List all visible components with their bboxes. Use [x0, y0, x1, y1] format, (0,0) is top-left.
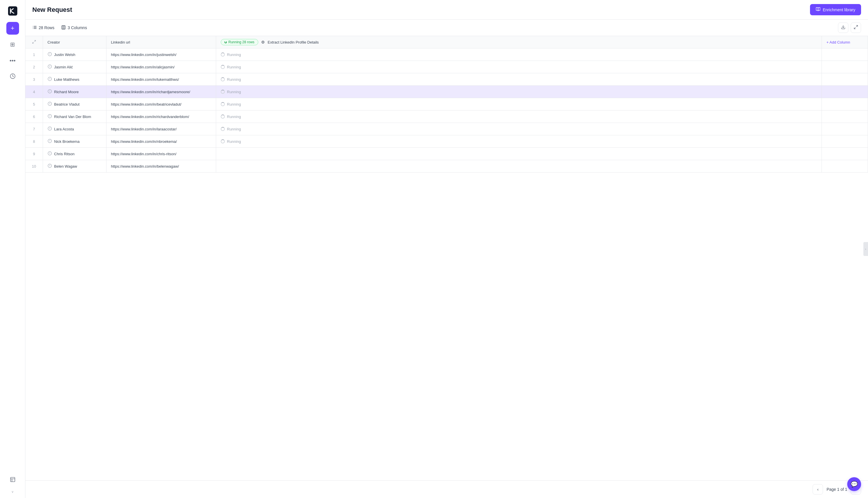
creator-name: Richard Van Der Blom [54, 115, 91, 119]
linkedin-url: https://www.linkedin.com/in/laraacostar/ [111, 127, 177, 131]
creator-cell: Nick Broekema [43, 135, 106, 148]
linkedin-url: https://www.linkedin.com/in/richardjames… [111, 90, 190, 94]
version-label: v [12, 490, 14, 494]
chat-bubble[interactable]: 💬 [847, 477, 861, 491]
spinner-icon [221, 77, 225, 81]
status-cell [216, 160, 822, 172]
collapse-handle[interactable]: › [863, 242, 868, 256]
creator-name: Beatrice Vladut [54, 102, 80, 106]
add-button[interactable]: + [6, 22, 19, 35]
download-button[interactable] [838, 23, 849, 33]
add-column-cell [822, 98, 868, 110]
expand-button[interactable] [851, 23, 861, 33]
spinner-icon [221, 102, 225, 106]
creator-name: Lara Acosta [54, 127, 74, 131]
status-cell: Running [216, 110, 822, 123]
creator-cell: Richard Van Der Blom [43, 110, 106, 123]
row-number: 8 [25, 135, 43, 148]
enrichment-library-button[interactable]: Enrichment library [810, 4, 861, 15]
th-select [25, 36, 43, 49]
dots-icon: ••• [10, 57, 16, 64]
table-row: 8 Nick Broekema https://www.linkedin.com… [25, 135, 868, 148]
status-label: Running [227, 139, 241, 144]
row-number: 2 [25, 61, 43, 73]
running-badge: Running 28 rows [221, 39, 258, 45]
prev-page-button[interactable]: ‹ [813, 484, 823, 495]
status-label: Running [227, 102, 241, 106]
spinner-icon [221, 65, 225, 69]
rows-icon [32, 25, 37, 30]
expand-icon [854, 25, 858, 30]
table-row: 10 Belen Wagaw https://www.linkedin.com/… [25, 160, 868, 172]
linkedin-url: https://www.linkedin.com/in/justinwelsh/ [111, 53, 176, 57]
running-cell: Running [221, 102, 817, 106]
extract-icon: ⚙ [261, 40, 265, 44]
running-cell: Running [221, 77, 817, 82]
th-add-column[interactable]: + Add Column [822, 36, 868, 49]
creator-name: Jasmin Alić [54, 65, 73, 69]
svg-rect-2 [10, 477, 15, 482]
status-cell: Running [216, 73, 822, 86]
svg-rect-9 [62, 26, 65, 29]
rows-stat: 28 Rows [32, 25, 54, 30]
linkedin-url-cell: https://www.linkedin.com/in/justinwelsh/ [106, 49, 216, 61]
history-icon [10, 73, 16, 80]
linkedin-url: https://www.linkedin.com/in/beatricevlad… [111, 102, 182, 106]
svg-line-13 [856, 25, 858, 27]
chevron-right-icon: › [865, 248, 866, 251]
creator-name: Luke Matthews [54, 77, 79, 82]
creator-cell: Luke Matthews [43, 73, 106, 86]
data-table: Creator Linkedin url Running 28 rows ⚙ E… [25, 36, 868, 172]
creator-cell: Lara Acosta [43, 123, 106, 135]
download-icon [841, 25, 845, 30]
footer: ‹ Page 1 of 1 › [25, 481, 868, 498]
pages-button[interactable] [6, 474, 19, 486]
book-icon [816, 7, 820, 12]
svg-line-15 [34, 40, 36, 41]
add-column-cell [822, 160, 868, 172]
creator-name: Justin Welsh [54, 53, 75, 57]
creator-icon [48, 89, 52, 94]
table-view-button[interactable]: ⊞ [6, 38, 19, 51]
status-cell: Running [216, 98, 822, 110]
running-cell: Running [221, 90, 817, 94]
linkedin-url: https://www.linkedin.com/in/lukematthws/ [111, 77, 179, 82]
history-button[interactable] [6, 70, 19, 83]
spinner-icon [221, 115, 225, 119]
page-icon [10, 477, 16, 484]
add-column-cell [822, 148, 868, 160]
linkedin-url: https://www.linkedin.com/in/belenwagaw/ [111, 164, 179, 169]
creator-icon [48, 102, 52, 107]
table-row: 1 Justin Welsh https://www.linkedin.com/… [25, 49, 868, 61]
more-options-button[interactable]: ••• [6, 54, 19, 67]
running-badge-label: Running 28 rows [228, 40, 254, 44]
status-cell: Running [216, 61, 822, 73]
add-column-cell [822, 61, 868, 73]
creator-cell: Belen Wagaw [43, 160, 106, 172]
row-number: 7 [25, 123, 43, 135]
expand-rows-icon [32, 40, 36, 45]
columns-stat: 3 Columns [61, 25, 87, 30]
linkedin-url: https://www.linkedin.com/in/nbroekema/ [111, 139, 177, 144]
status-label: Running [227, 65, 241, 69]
spinner-icon [221, 53, 225, 56]
table-row: 2 Jasmin Alić https://www.linkedin.com/i… [25, 61, 868, 73]
enrichment-button-label: Enrichment library [823, 8, 855, 12]
status-cell: Running [216, 123, 822, 135]
status-cell: Running [216, 49, 822, 61]
status-label: Running [227, 53, 241, 57]
status-cell [216, 148, 822, 160]
add-column-cell [822, 135, 868, 148]
table-row: 9 Chris Ritson https://www.linkedin.com/… [25, 148, 868, 160]
linkedin-url-cell: https://www.linkedin.com/in/chris-ritson… [106, 148, 216, 160]
add-column-cell [822, 110, 868, 123]
creator-name: Richard Moore [54, 90, 79, 94]
linkedin-url-cell: https://www.linkedin.com/in/nbroekema/ [106, 135, 216, 148]
creator-icon [48, 77, 52, 82]
status-cell: Running [216, 86, 822, 98]
table-icon: ⊞ [10, 41, 15, 48]
add-column-cell [822, 86, 868, 98]
add-column-cell [822, 73, 868, 86]
running-cell: Running [221, 139, 817, 144]
row-number: 9 [25, 148, 43, 160]
